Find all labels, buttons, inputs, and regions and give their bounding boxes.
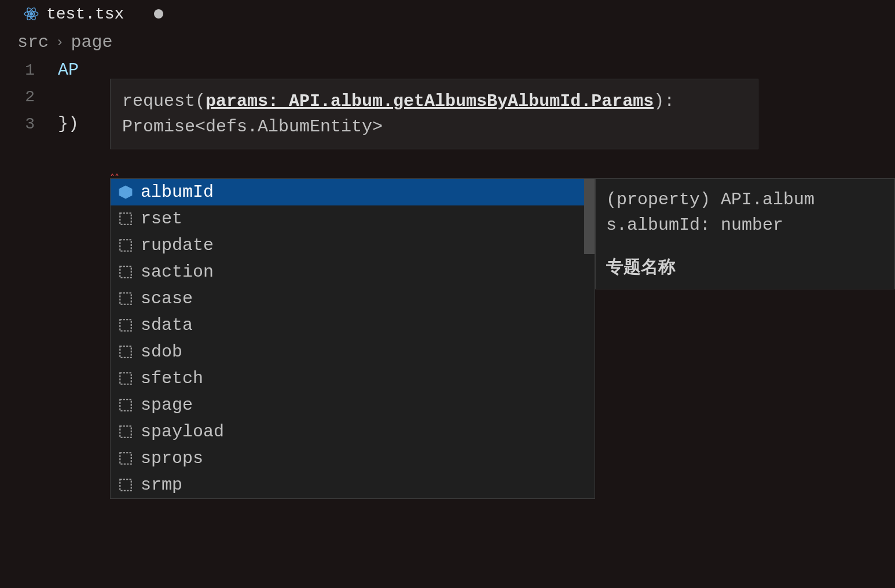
breadcrumb-part[interactable]: src [17,32,49,52]
snippet-icon [118,291,134,307]
completion-item[interactable]: albumId [111,179,595,205]
snippet-icon [118,397,134,413]
snippet-icon [118,237,134,253]
completion-item[interactable]: saction [111,259,595,285]
completion-label: saction [141,262,214,282]
breadcrumb-part[interactable]: page [71,32,112,52]
file-tab[interactable]: test.tsx [12,1,175,28]
completion-label: sdob [141,342,182,362]
svg-rect-5 [120,240,131,251]
svg-rect-11 [120,399,131,411]
completion-label: spayload [141,422,224,442]
completion-label: rupdate [141,236,214,255]
completion-item[interactable]: sprops [111,445,595,472]
completion-label: sdata [141,315,193,335]
signature-active-param: params: API.album.getAlbumsByAlbumId.Par… [206,91,654,111]
tab-filename: test.tsx [46,5,124,23]
detail-line: (property) API.album [606,187,884,212]
code-text[interactable]: }) [58,111,79,137]
svg-rect-13 [120,453,131,464]
completion-label: scase [141,289,193,308]
svg-rect-12 [120,426,131,438]
svg-rect-8 [120,319,131,331]
snippet-icon [118,450,134,466]
completion-label: srmp [141,475,182,495]
completion-detail-popup: (property) API.album s.albumId: number 专… [595,178,895,289]
svg-rect-7 [120,293,131,304]
detail-line: s.albumId: number [606,212,884,238]
completion-item[interactable]: rset [111,205,595,232]
completion-item[interactable]: srmp [111,472,595,498]
tab-bar: test.tsx [0,0,895,28]
modified-indicator-icon [154,9,163,19]
completion-label: albumId [141,182,214,202]
completion-popup[interactable]: albumIdrsetrupdatesactionscasesdatasdobs… [110,178,595,499]
completion-item[interactable]: spage [111,392,595,418]
signature-after: ): [654,91,674,111]
detail-description: 专题名称 [606,255,884,281]
snippet-icon [118,264,134,280]
react-icon [23,6,39,22]
svg-point-0 [30,13,33,16]
svg-rect-14 [120,479,131,491]
code-text[interactable]: AP [58,57,79,83]
line-number: 3 [0,111,58,138]
completion-item[interactable]: spayload [111,418,595,445]
chevron-right-icon: › [56,35,64,50]
snippet-icon [118,424,134,440]
completion-item[interactable]: scase [111,285,595,312]
completion-label: rset [141,209,182,229]
svg-rect-6 [120,266,131,278]
scrollbar[interactable] [584,179,595,254]
field-icon [118,184,134,200]
signature-func: request( [122,91,206,111]
breadcrumb[interactable]: src › page [0,28,895,57]
completion-label: spage [141,395,193,415]
snippet-icon [118,370,134,387]
completion-item[interactable]: rupdate [111,232,595,259]
line-number: 1 [0,57,58,84]
signature-help-popup: request(params: API.album.getAlbumsByAlb… [110,79,758,149]
line-number: 2 [0,84,58,111]
svg-rect-10 [120,373,131,384]
snippet-icon [118,477,134,493]
editor-area[interactable]: 1 AP 2 3 }) ˄˄ request(params: API.album… [0,57,895,138]
snippet-icon [118,344,134,360]
completion-item[interactable]: sdata [111,312,595,339]
completion-item[interactable]: sdob [111,339,595,365]
signature-return: Promise<defs.AlbumEntity> [122,114,746,139]
completion-item[interactable]: sfetch [111,365,595,392]
completion-label: sfetch [141,369,203,388]
svg-rect-9 [120,346,131,358]
svg-rect-4 [120,213,131,225]
snippet-icon [118,317,134,333]
completion-label: sprops [141,449,203,468]
snippet-icon [118,211,134,227]
